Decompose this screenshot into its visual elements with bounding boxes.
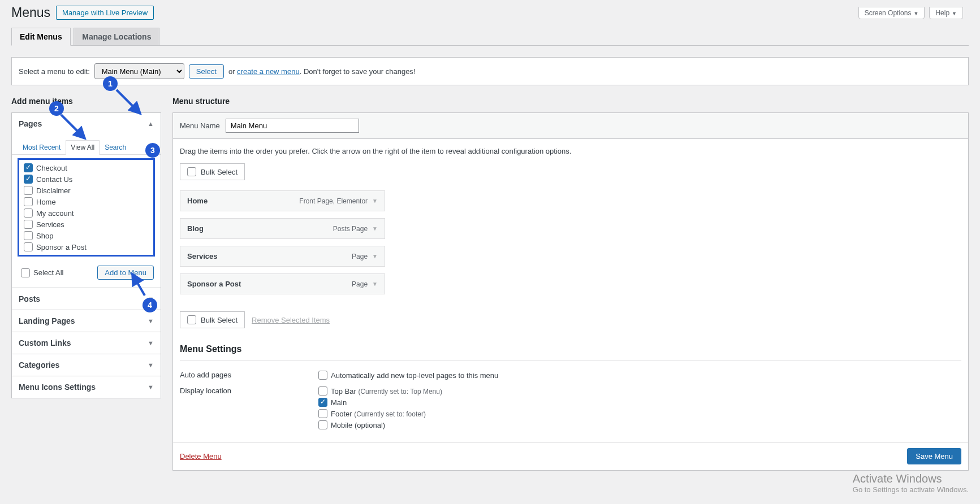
menu-structure-item[interactable]: Sponsor a PostPage▼ xyxy=(180,273,385,294)
location-main-checkbox[interactable] xyxy=(318,398,327,407)
accordion-custom-links-header[interactable]: Custom Links xyxy=(12,332,161,354)
accordion-custom-title: Custom Links xyxy=(19,338,71,347)
live-preview-button[interactable]: Manage with Live Preview xyxy=(56,6,154,20)
accordion-posts-title: Posts xyxy=(19,294,40,303)
page-checkbox-row[interactable]: Services xyxy=(21,219,151,230)
menu-item-type: Front Page, Elementor xyxy=(299,197,368,205)
pages-tab-recent[interactable]: Most Recent xyxy=(18,140,66,155)
chevron-down-icon: ▼ xyxy=(913,11,918,16)
chevron-down-icon[interactable]: ▼ xyxy=(372,253,378,259)
page-label: Contact Us xyxy=(36,175,72,184)
page-label: My account xyxy=(36,209,74,218)
auto-add-label: Auto add pages xyxy=(180,371,318,382)
chevron-down-icon xyxy=(148,318,154,324)
accordion-categories-title: Categories xyxy=(19,360,59,370)
pages-tab-view-all[interactable]: View All xyxy=(66,140,100,155)
screen-options-button[interactable]: Screen Options▼ xyxy=(858,7,925,19)
auto-add-text: Automatically add new top-level pages to… xyxy=(331,371,498,380)
accordion-icons-header[interactable]: Menu Icons Settings xyxy=(12,376,161,398)
menu-structure-heading: Menu structure xyxy=(172,97,969,106)
location-topbar-checkbox[interactable] xyxy=(318,386,327,396)
tab-edit-menus[interactable]: Edit Menus xyxy=(11,28,71,46)
menu-item-meta: Page▼ xyxy=(352,253,378,260)
menu-settings-heading: Menu Settings xyxy=(180,344,961,354)
page-checkbox[interactable] xyxy=(24,197,33,206)
page-checkbox-row[interactable]: My account xyxy=(21,207,151,219)
menu-name-input[interactable] xyxy=(226,119,359,133)
select-menu-button[interactable]: Select xyxy=(189,64,224,79)
location-mobile-checkbox[interactable] xyxy=(318,420,327,429)
menu-item-meta: Front Page, Elementor▼ xyxy=(299,197,378,205)
select-all-label: Select All xyxy=(33,268,63,277)
menu-item-type: Page xyxy=(352,280,368,288)
location-footer-sub: (Currently set to: footer) xyxy=(354,410,426,418)
page-checkbox-row[interactable]: Home xyxy=(21,196,151,207)
help-button[interactable]: Help▼ xyxy=(929,7,963,19)
bulk-select-top-checkbox[interactable] xyxy=(187,167,196,176)
bulk-select-bottom-checkbox[interactable] xyxy=(187,315,196,324)
menu-structure-item[interactable]: ServicesPage▼ xyxy=(180,246,385,267)
page-title: Menus xyxy=(11,5,50,20)
menu-items-list: HomeFront Page, Elementor▼BlogPosts Page… xyxy=(180,190,961,294)
location-footer-checkbox[interactable] xyxy=(318,409,327,418)
menu-structure-item[interactable]: BlogPosts Page▼ xyxy=(180,218,385,239)
select-menu-label: Select a menu to edit: xyxy=(19,67,90,76)
page-checkbox[interactable] xyxy=(24,175,33,184)
menu-item-meta: Page▼ xyxy=(352,280,378,288)
tab-manage-locations[interactable]: Manage Locations xyxy=(74,28,159,45)
accordion-posts-header[interactable]: Posts xyxy=(12,288,161,310)
or-text: or xyxy=(228,67,235,76)
chevron-down-icon xyxy=(148,384,154,390)
reminder-text: . Don't forget to save your changes! xyxy=(300,67,416,76)
page-label: Shop xyxy=(36,232,53,240)
page-checkbox[interactable] xyxy=(24,231,33,240)
page-checkbox-row[interactable]: Shop xyxy=(21,230,151,241)
menu-item-label: Services xyxy=(187,252,218,260)
chevron-down-icon xyxy=(148,340,154,346)
menu-structure-item[interactable]: HomeFront Page, Elementor▼ xyxy=(180,190,385,211)
pages-list-highlight: CheckoutContact UsDisclaimerHomeMy accou… xyxy=(18,158,155,257)
page-checkbox-row[interactable]: Checkout xyxy=(21,162,151,173)
chevron-down-icon[interactable]: ▼ xyxy=(372,281,378,287)
accordion-landing-header[interactable]: Landing Pages xyxy=(12,310,161,332)
page-checkbox[interactable] xyxy=(24,163,33,172)
menu-item-type: Posts Page xyxy=(333,225,368,233)
menu-item-label: Blog xyxy=(187,224,204,233)
bulk-select-top-label: Bulk Select xyxy=(201,168,238,176)
chevron-up-icon xyxy=(148,120,154,127)
page-label: Services xyxy=(36,220,64,229)
delete-menu-link[interactable]: Delete Menu xyxy=(180,452,222,460)
pages-tab-search[interactable]: Search xyxy=(100,140,131,155)
annotation-badge-4: 4 xyxy=(143,298,157,312)
select-all-checkbox[interactable] xyxy=(21,268,30,277)
add-to-menu-button[interactable]: Add to Menu xyxy=(97,266,154,280)
watermark-title: Activate Windows xyxy=(853,472,969,482)
page-checkbox[interactable] xyxy=(24,220,33,229)
remove-selected-link[interactable]: Remove Selected Items xyxy=(252,316,330,324)
location-topbar-text: Top Bar xyxy=(331,387,356,396)
help-label: Help xyxy=(935,9,949,17)
menu-name-label: Menu Name xyxy=(180,121,220,130)
page-checkbox[interactable] xyxy=(24,186,33,195)
create-new-menu-link[interactable]: create a new menu xyxy=(237,67,300,76)
page-checkbox-row[interactable]: Disclaimer xyxy=(21,185,151,196)
save-menu-button[interactable]: Save Menu xyxy=(907,448,961,464)
nav-tabs: Edit Menus Manage Locations xyxy=(11,23,969,46)
pages-list[interactable]: CheckoutContact UsDisclaimerHomeMy accou… xyxy=(21,162,151,253)
chevron-down-icon: ▼ xyxy=(952,11,957,16)
auto-add-checkbox[interactable] xyxy=(318,371,327,380)
page-checkbox[interactable] xyxy=(24,242,33,251)
accordion-categories-header[interactable]: Categories xyxy=(12,354,161,376)
chevron-down-icon[interactable]: ▼ xyxy=(372,198,378,204)
page-checkbox-row[interactable]: Sponsor a Post xyxy=(21,241,151,253)
accordion-pages-header[interactable]: Pages xyxy=(12,113,161,134)
accordion-icons-title: Menu Icons Settings xyxy=(19,383,96,392)
page-checkbox-row[interactable]: Contact Us xyxy=(21,173,151,185)
display-location-label: Display location xyxy=(180,386,318,432)
location-footer-text: Footer xyxy=(331,410,352,418)
chevron-down-icon[interactable]: ▼ xyxy=(372,225,378,232)
add-menu-items-heading: Add menu items xyxy=(11,97,161,106)
page-checkbox[interactable] xyxy=(24,208,33,218)
location-main-text: Main xyxy=(331,398,347,407)
accordion-landing-title: Landing Pages xyxy=(19,316,75,325)
